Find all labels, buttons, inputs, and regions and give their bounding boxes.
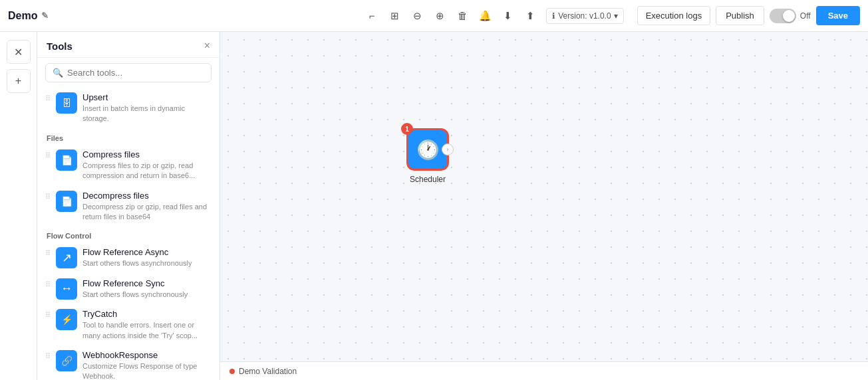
list-item[interactable]: ⠿ 📄 Decompress files Decompress zip or g… xyxy=(37,186,219,227)
validation-label: Demo Validation xyxy=(239,367,297,376)
tools-panel-toggle[interactable]: ✕ xyxy=(7,40,31,64)
export-icon-btn[interactable]: ⬆ xyxy=(519,5,541,27)
zoom-out-icon-btn[interactable]: ⊖ xyxy=(406,5,428,27)
app-title: Demo ✎ xyxy=(8,10,49,22)
flow-icon-btn[interactable]: ⌐ xyxy=(361,5,382,27)
tool-description: Customize Flows Response of type Webhook… xyxy=(82,361,212,380)
toggle-label: Off xyxy=(800,11,811,21)
drag-handle-icon: ⠿ xyxy=(45,247,51,257)
validation-error-dot xyxy=(229,369,235,374)
delete-icon-btn[interactable]: 🗑 xyxy=(452,5,473,27)
scheduler-node[interactable]: 1 🕐 › Scheduler xyxy=(406,128,449,184)
tools-list: ⠿ 🗄 Upsert Insert in batch items in dyna… xyxy=(37,88,219,380)
bottom-validation-bar: Demo Validation xyxy=(220,361,868,380)
title-text: Demo xyxy=(8,10,37,22)
add-node-button[interactable]: + xyxy=(7,69,31,93)
search-icon: 🔍 xyxy=(53,68,63,78)
section-header-flow-control: Flow Control xyxy=(37,227,219,242)
toggle-wrapper: Off xyxy=(770,9,811,23)
node-box[interactable]: 🕐 › xyxy=(406,128,449,171)
tool-icon: 🗄 xyxy=(56,92,77,114)
drag-handle-icon: ⠿ xyxy=(45,350,51,360)
tools-search-input[interactable] xyxy=(67,68,204,78)
section-header-files: Files xyxy=(37,129,219,145)
tool-description: Start others flows synchronously xyxy=(82,290,212,300)
tool-description: Compress files to zip or gzip, read comp… xyxy=(82,161,212,181)
edit-title-icon[interactable]: ✎ xyxy=(41,11,49,21)
tool-description: Insert in batch items in dynamic storage… xyxy=(82,104,212,124)
clock-icon: 🕐 xyxy=(416,139,440,161)
list-item[interactable]: ⠿ 📄 Compress files Compress files to zip… xyxy=(37,145,219,186)
tools-header: Tools × xyxy=(37,32,219,58)
tool-description: Tool to handle errors. Insert one or man… xyxy=(82,320,212,341)
tool-name: TryCatch xyxy=(82,309,212,319)
drag-handle-icon: ⠿ xyxy=(45,191,51,201)
canvas-area[interactable]: 1 🕐 › Scheduler Demo Validation xyxy=(220,32,868,380)
tool-icon: 📄 xyxy=(56,191,77,212)
tool-icon: ↔ xyxy=(56,278,77,300)
tool-icon: ⚡ xyxy=(56,309,77,330)
publish-button[interactable]: Publish xyxy=(716,6,764,25)
list-item[interactable]: ⠿ ↔ Flow Reference Sync Start others flo… xyxy=(37,274,219,304)
topbar: Demo ✎ ⌐ ⊞ ⊖ ⊕ 🗑 🔔 ⬇ ⬆ ℹ Version: v1.0.0… xyxy=(0,0,868,32)
tool-icon: 🔗 xyxy=(56,350,77,371)
nodes-icon-btn[interactable]: ⊞ xyxy=(384,5,405,27)
drag-handle-icon: ⠿ xyxy=(45,278,51,288)
tool-icon: ↗ xyxy=(56,247,77,268)
version-text: Version: v1.0.0 xyxy=(558,11,611,21)
tool-name: Decompress files xyxy=(82,191,212,201)
drag-handle-icon: ⠿ xyxy=(45,149,51,159)
list-item[interactable]: ⠿ ⚡ TryCatch Tool to handle errors. Inse… xyxy=(37,304,219,345)
info-icon: ℹ xyxy=(552,11,555,21)
tool-description: Decompress zip or gzip, read files and r… xyxy=(82,202,212,223)
execution-logs-button[interactable]: Execution logs xyxy=(637,6,711,25)
tool-description: Start others flows asynchronously xyxy=(82,258,212,268)
tools-panel: Tools × 🔍 ⠿ 🗄 Upsert Insert in batch ite… xyxy=(37,32,220,380)
tools-title: Tools xyxy=(47,41,72,52)
tool-name: Flow Reference Sync xyxy=(82,278,212,288)
topbar-right: Execution logs Publish Off Save xyxy=(637,6,860,25)
tool-icon: 📄 xyxy=(56,149,77,171)
left-sidebar-strip: ✕ + xyxy=(0,32,37,380)
node-label: Scheduler xyxy=(410,175,446,184)
toggle-knob xyxy=(783,10,795,22)
drag-handle-icon: ⠿ xyxy=(45,309,51,319)
chevron-down-icon: ▾ xyxy=(614,11,618,21)
bell-icon-btn[interactable]: 🔔 xyxy=(474,5,496,27)
node-output-connector[interactable]: › xyxy=(442,143,454,155)
tools-close-button[interactable]: × xyxy=(204,40,210,52)
tools-search-bar: 🔍 xyxy=(45,63,212,82)
toolbar-icons: ⌐ ⊞ ⊖ ⊕ 🗑 🔔 ⬇ ⬆ xyxy=(361,5,541,27)
main-content: ✕ + Tools × 🔍 ⠿ 🗄 Upsert Insert in batch… xyxy=(0,32,868,380)
list-item[interactable]: ⠿ 🗄 Upsert Insert in batch items in dyna… xyxy=(37,88,219,129)
drag-handle-icon: ⠿ xyxy=(45,92,51,102)
version-badge[interactable]: ℹ Version: v1.0.0 ▾ xyxy=(546,8,623,24)
list-item[interactable]: ⠿ ↗ Flow Reference Async Start others fl… xyxy=(37,242,219,273)
node-error-badge: 1 xyxy=(401,123,413,135)
tool-name: Flow Reference Async xyxy=(82,247,212,257)
toggle-switch[interactable] xyxy=(770,9,796,23)
download-icon-btn[interactable]: ⬇ xyxy=(497,5,518,27)
tool-name: WebhookResponse xyxy=(82,350,212,360)
list-item[interactable]: ⠿ 🔗 WebhookResponse Customize Flows Resp… xyxy=(37,345,219,380)
tool-name: Upsert xyxy=(82,92,212,102)
save-button[interactable]: Save xyxy=(816,6,860,25)
zoom-in-icon-btn[interactable]: ⊕ xyxy=(429,5,450,27)
tool-name: Compress files xyxy=(82,149,212,159)
